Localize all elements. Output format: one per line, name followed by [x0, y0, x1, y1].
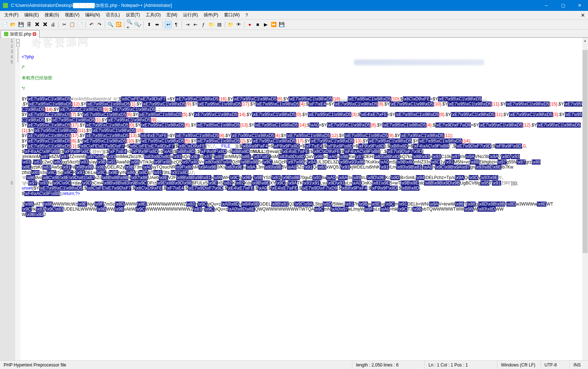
redo-icon[interactable]: ↷ [96, 21, 103, 28]
tab-label: 加密后.php [10, 31, 31, 37]
new-icon[interactable]: 📄 [1, 21, 9, 28]
saveall-icon[interactable]: 🗄 [25, 21, 33, 28]
menu-plugins[interactable]: 插件(P) [201, 11, 221, 19]
closefile-icon[interactable]: 🗙 [33, 21, 41, 28]
indent-icon[interactable]: ⇥ [184, 21, 191, 28]
code-area[interactable]: 奇客资源网 <?php /* 本程序已经加密 */ $Y\xE7\x95\xC1… [20, 38, 588, 360]
separator [86, 21, 86, 28]
scroll-up-icon[interactable]: ▲ [582, 38, 588, 43]
wordwrap-icon[interactable]: ↩ [165, 21, 172, 28]
separator [124, 21, 124, 28]
comment-body: 本程序已经加密 [22, 75, 52, 80]
zoomin-icon[interactable]: 🔍+ [126, 21, 133, 28]
menu-settings[interactable]: 设置(T) [123, 11, 143, 19]
sync-h-icon[interactable]: ⬌ [153, 21, 161, 28]
status-position: Ln : 1 Col : 1 Pos : 1 [425, 361, 497, 369]
open-icon[interactable]: 📂 [9, 21, 17, 28]
separator [225, 21, 225, 28]
status-eol[interactable]: Windows (CR LF) [497, 361, 541, 369]
menu-view[interactable]: 视图(V) [62, 11, 82, 19]
copy-icon[interactable]: 📋 [69, 21, 76, 28]
tab-close-icon[interactable]: ✕ [33, 32, 36, 36]
outdent-icon[interactable]: ⇤ [192, 21, 199, 28]
ln: 4 [1, 54, 13, 60]
stoprec-icon[interactable]: ■ [254, 21, 261, 28]
separator [105, 21, 105, 28]
close-button[interactable]: ✕ [571, 0, 588, 11]
window-buttons: ─ ▢ ✕ [538, 0, 588, 11]
separator [182, 21, 182, 28]
tabbar: 加密后.php ✕ [0, 30, 588, 38]
menu-search[interactable]: 搜索(S) [42, 11, 62, 19]
save-icon[interactable]: 💾 [17, 21, 25, 28]
code-line-6: 3\x9BvATT\x86WWWWcWz\x9E/kjyl\x9FZmSc\x8… [22, 202, 587, 217]
savemacro-icon[interactable]: 💾 [278, 21, 285, 28]
fastplay-icon[interactable]: ⏩ [270, 21, 277, 28]
find-icon[interactable]: 🔍 [107, 21, 114, 28]
fold-toggle[interactable]: - [16, 43, 20, 46]
separator [143, 21, 144, 28]
close-file-x[interactable]: ✕ [581, 12, 585, 18]
sync-v-icon[interactable]: ⬍ [145, 21, 153, 28]
menubar: 文件(F) 编辑(E) 搜索(S) 视图(V) 编码(N) 语言(L) 设置(T… [0, 11, 588, 20]
menu-edit[interactable]: 编辑(E) [21, 11, 42, 19]
menu-macro[interactable]: 宏(M) [163, 11, 180, 19]
window-title: C:\Users\Administrator\Desktop\███████\加… [10, 3, 538, 9]
separator [244, 21, 244, 28]
line-number-gutter: 1 2 3 4 5 6 [0, 38, 15, 360]
closeall-icon[interactable]: 🗙 [41, 21, 49, 28]
ln: 5 [1, 59, 13, 65]
fold-toggle[interactable]: - [16, 39, 20, 42]
ln: 2 [1, 44, 13, 49]
menu-help[interactable]: ? [243, 12, 251, 18]
menu-tools[interactable]: 工具(O) [143, 11, 163, 19]
vertical-scrollbar[interactable]: ▲ [582, 38, 588, 360]
folder-icon[interactable]: 📁 [227, 21, 234, 28]
ln: 3 [1, 49, 13, 54]
allchars-icon[interactable]: ¶ [173, 21, 180, 28]
cut-icon[interactable]: ✂ [61, 21, 68, 28]
comment-open: /* [22, 65, 25, 70]
playmacro-icon[interactable]: ▶ [262, 21, 269, 28]
print-icon[interactable]: 🖨 [49, 21, 57, 28]
status-encoding[interactable]: UTF-8 [541, 361, 570, 369]
ln: 6 [1, 181, 13, 186]
menu-language[interactable]: 语言(L) [103, 11, 123, 19]
menu-window[interactable]: 窗口(W) [221, 11, 243, 19]
app-icon [3, 3, 8, 8]
docmap-icon[interactable]: ▤ [216, 21, 223, 28]
paste-icon[interactable]: 📄 [76, 21, 84, 28]
record-icon[interactable]: ● [246, 21, 253, 28]
editor[interactable]: 1 2 3 4 5 6 - - 奇客资源网 <?php /* 本程序已经加密 *… [0, 38, 588, 360]
fold-column[interactable]: - - [15, 38, 20, 360]
replace-icon[interactable]: 🔁 [115, 21, 122, 28]
minimize-button[interactable]: ─ [538, 0, 555, 11]
code-line-5: $Y\xE7\x95\xC1\x98\xD5='or4m56suibeptdca… [22, 96, 587, 196]
menu-run[interactable]: 运行(R) [180, 11, 201, 19]
monitor-icon[interactable]: 👁 [235, 21, 242, 28]
maximize-button[interactable]: ▢ [555, 0, 571, 11]
status-length: length : 2,050 lines : 6 [352, 361, 425, 369]
menu-file[interactable]: 文件(F) [1, 11, 21, 19]
zoomout-icon[interactable]: 🔍- [134, 21, 141, 28]
titlebar: C:\Users\Administrator\Desktop\███████\加… [0, 0, 588, 11]
statusbar: PHP Hypertext Preprocessor file length :… [0, 360, 588, 369]
comment-close: */ [22, 86, 25, 91]
foldermap-icon[interactable]: 📁 [208, 21, 215, 28]
status-insmode[interactable]: INS [570, 361, 588, 369]
php-open: <?php [22, 54, 34, 59]
undo-icon[interactable]: ↶ [88, 21, 95, 28]
funclist-icon[interactable]: ƒ [200, 21, 207, 28]
watermark: 奇客资源网 [31, 39, 89, 46]
menu-encoding[interactable]: 编码(N) [82, 11, 103, 19]
file-icon [4, 32, 8, 36]
status-filetype: PHP Hypertext Preprocessor file [0, 361, 352, 369]
tab-file[interactable]: 加密后.php ✕ [1, 30, 40, 38]
separator [58, 21, 59, 28]
separator [162, 21, 163, 28]
scroll-thumb[interactable] [583, 50, 588, 253]
ln: 1 [1, 38, 13, 44]
toolbar: 📄 📂 💾 🗄 🗙 🗙 🖨 ✂ 📋 📄 ↶ ↷ 🔍 🔁 🔍+ 🔍- ⬍ ⬌ ↩ … [0, 20, 588, 30]
